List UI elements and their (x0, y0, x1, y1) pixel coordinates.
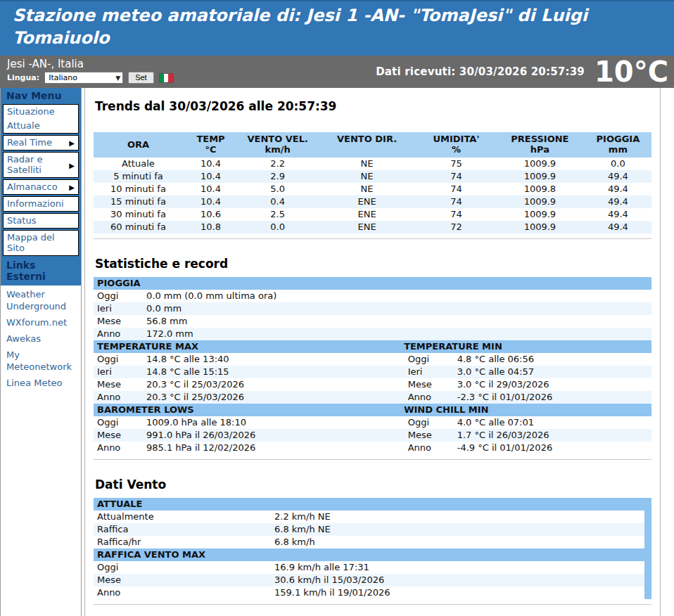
station-title: Stazione meteo amatoriale di: Jesi 1 -AN… (13, 5, 661, 49)
list-item: Mese56.8 mm (94, 315, 651, 328)
sidebar-item-mappa-del-sito[interactable]: Mappa del Sito (4, 231, 78, 255)
submenu-arrow-icon (69, 137, 75, 148)
table-row: 60 minuti fa10.80.0ENE721009.949.4 (94, 221, 651, 233)
data-received-timestamp: Dati ricevuti: 30/03/2026 20:57:39 (376, 65, 585, 78)
list-item: Anno985.1 hPa il 12/02/2026 Anno-4.9 °C … (94, 442, 651, 454)
column-header-vento-vel: VENTO VEL. (239, 134, 317, 144)
trends-table: ORA TEMP°C VENTO VEL.km/h VENTO DIR. UMI… (94, 132, 651, 233)
list-item: Anno172.0 mm (94, 328, 651, 340)
list-item: Ieri0.0 mm (94, 302, 651, 315)
table-row: 10 minuti fa10.45.0NE741009.849.4 (94, 183, 651, 195)
status-bar: Jesi -AN-, Italia Lingua: Italiano ▼ Set… (0, 56, 674, 88)
list-item: Anno159.1 km/h il 19/01/2026 (94, 586, 644, 599)
wind-current-header: ATTUALE (94, 498, 651, 511)
statistics-heading: Statistiche e record (95, 257, 651, 271)
sidebar-item-real-time[interactable]: Real Time (4, 136, 78, 150)
current-temperature: 10°C (594, 56, 668, 87)
sidebar-item-status[interactable]: Status (4, 214, 78, 228)
chevron-down-icon: ▼ (115, 75, 120, 82)
sidebar-item-attuale[interactable]: Attuale (4, 119, 78, 133)
language-label: Lingua: (7, 73, 39, 82)
external-links-title: Links Esterni (1, 257, 81, 285)
table-row: 5 minuti fa10.42.9NE741009.949.4 (94, 170, 651, 183)
set-language-button[interactable]: Set (128, 72, 154, 84)
temperature-stats-header: TEMPERATURE MAX TEMPERATURE MIN (94, 340, 651, 353)
list-item: Oggi16.9 km/h alle 17:31 (94, 561, 644, 574)
wind-gust-max-header: RAFFICA VENTO MAX (94, 548, 651, 561)
wind-data-table: ATTUALE Attualmente2.2 km/h NE Raffica6.… (94, 498, 651, 599)
sidebar-item-informazioni[interactable]: Informazioni (4, 197, 78, 211)
temperature-stats-table: TEMPERATURE MAX TEMPERATURE MIN Oggi14.8… (94, 340, 651, 404)
column-header-umidita: UMIDITA' (417, 134, 495, 144)
list-item: Anno20.3 °C il 25/03/2026 Anno-2.3 °C il… (94, 391, 651, 404)
main-content: Trends dal 30/03/2026 alle 20:57:39 ORA … (84, 88, 661, 616)
external-link-weather-underground[interactable]: Weather Underground (1, 288, 81, 316)
divider (94, 604, 651, 605)
external-link-awekas[interactable]: Awekas (1, 332, 81, 348)
page-header: Stazione meteo amatoriale di: Jesi 1 -AN… (0, 0, 674, 56)
list-item: Attualmente2.2 km/h NE (94, 511, 644, 523)
sidebar-item-almanacco[interactable]: Almanacco (4, 180, 78, 194)
table-row: 15 minuti fa10.40.4ENE741009.949.4 (94, 195, 651, 208)
sidebar-item-radar-e-satelliti[interactable]: Radar e Satelliti (4, 153, 78, 177)
list-item: Ieri14.8 °C alle 15:15 Ieri3.0 °C alle 0… (94, 366, 651, 378)
column-header-pressione: PRESSIONE (495, 134, 585, 144)
italy-flag-icon (159, 73, 174, 83)
list-item: Oggi1009.0 hPa alle 18:10 Oggi4.0 °C all… (94, 416, 651, 429)
external-link-linea-meteo[interactable]: Linea Meteo (1, 376, 81, 392)
column-header-temp: TEMP (183, 134, 239, 144)
submenu-arrow-icon (69, 160, 75, 170)
trends-heading: Trends dal 30/03/2026 alle 20:57:39 (95, 99, 651, 113)
barometer-stats-header: BAROMETER LOWS WIND CHILL MIN (94, 404, 651, 416)
table-row: Attuale10.42.2NE751009.90.0 (94, 158, 651, 170)
wind-heading: Dati Vento (95, 477, 651, 492)
column-header-vento-dir: VENTO DIR. (317, 134, 417, 144)
list-item: Oggi14.8 °C alle 13:40 Oggi4.8 °C alle 0… (94, 353, 651, 366)
rain-stats-header: PIOGGIA (94, 277, 651, 290)
list-item: Mese30.6 km/h il 15/03/2026 (94, 574, 644, 586)
external-link-wxforum[interactable]: WXforum.net (1, 316, 81, 332)
list-item: Raffica6.8 km/h NE (94, 523, 644, 536)
list-item: Oggi0.0 mm (0.0 mm ultima ora) (94, 290, 651, 302)
column-header-ora: ORA (94, 139, 183, 150)
list-item: Mese20.3 °C il 25/03/2026 Mese3.0 °C il … (94, 378, 651, 391)
list-item: Mese991.0 hPa il 26/03/2026 Mese1.7 °C i… (94, 429, 651, 442)
nav-menu-title: Nav Menu (1, 88, 81, 104)
external-link-my-meteonetwork[interactable]: My Meteonetwork (1, 348, 81, 376)
station-location: Jesi -AN-, Italia (7, 58, 174, 70)
sidebar: Nav Menu Situazione Attuale Real Time Ra… (0, 88, 82, 616)
rain-stats-table: PIOGGIA Oggi0.0 mm (0.0 mm ultima ora) I… (94, 277, 651, 340)
column-header-pioggia: PIOGGIA (585, 134, 651, 144)
trends-table-header: ORA TEMP°C VENTO VEL.km/h VENTO DIR. UMI… (94, 132, 651, 158)
barometer-stats-table: BAROMETER LOWS WIND CHILL MIN Oggi1009.0… (94, 404, 651, 454)
table-row: 30 minuti fa10.62.5ENE741009.949.4 (94, 208, 651, 221)
list-item: Raffica/hr6.8 km/h (94, 536, 644, 548)
sidebar-item-situazione[interactable]: Situazione (4, 105, 78, 119)
submenu-arrow-icon (69, 181, 75, 192)
divider (94, 459, 651, 460)
language-selected-value: Italiano (49, 73, 77, 82)
divider (94, 238, 651, 239)
language-select[interactable]: Italiano ▼ (44, 72, 123, 84)
